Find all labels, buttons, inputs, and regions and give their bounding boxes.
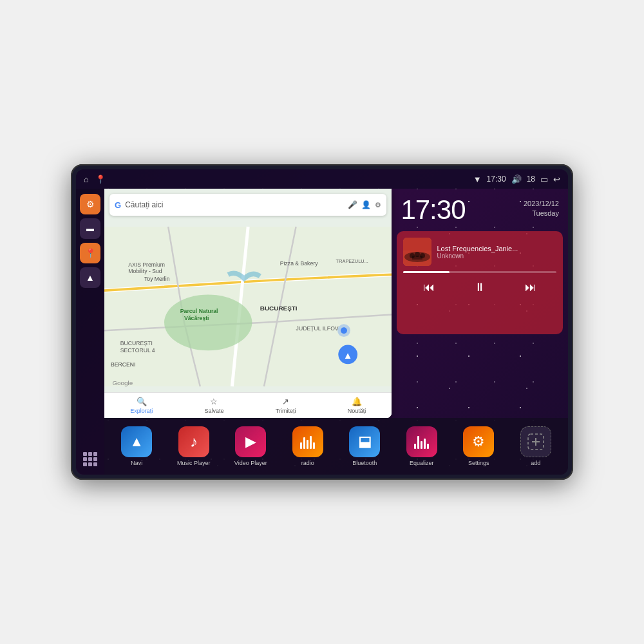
app-video-player[interactable]: ▶ Video Player <box>223 426 278 466</box>
svg-text:Mobility - Sud: Mobility - Sud <box>128 268 162 274</box>
add-label: add <box>531 460 540 466</box>
svg-text:Văcărești: Văcărești <box>184 315 209 321</box>
svg-point-1 <box>164 294 252 350</box>
home-icon[interactable]: ⌂ <box>84 175 89 184</box>
app-add[interactable]: add <box>509 426 564 466</box>
equalizer-label: Equalizer <box>410 460 434 466</box>
map-tab-news-label: Noutăți <box>348 408 366 414</box>
settings-gear-icon: ⚙ <box>472 433 485 450</box>
album-art <box>403 238 431 266</box>
svg-text:SECTORUL 4: SECTORUL 4 <box>120 347 155 354</box>
pause-button[interactable]: ⏸ <box>469 278 491 297</box>
play-icon: ▶ <box>245 433 256 450</box>
map-tab-explore[interactable]: 🔍 Explorați <box>130 397 153 414</box>
sidebar-files-btn[interactable]: ▬ <box>80 218 100 239</box>
svg-text:▲: ▲ <box>343 350 353 361</box>
svg-rect-24 <box>412 256 422 260</box>
bluetooth-label: Bluetooth <box>352 460 377 466</box>
music-widget: Lost Frequencies_Janie... Unknown ⏮ ⏸ ⏭ <box>397 231 563 334</box>
svg-text:AXIS Premium: AXIS Premium <box>128 261 165 268</box>
navi-icon: ▲ <box>129 433 144 450</box>
music-player-label: Music Player <box>177 460 211 466</box>
status-bar-left: ⌂ 📍 <box>84 175 106 184</box>
volume-icon: 🔊 <box>511 175 522 184</box>
add-dashed-icon <box>527 433 545 451</box>
map-tab-saved[interactable]: ☆ Salvate <box>204 397 223 414</box>
right-panel: 17:30 2023/12/12 Tuesday <box>392 189 568 418</box>
bluetooth-icon: ⬓ <box>358 433 372 450</box>
map-container: G Căutați aici 🎤 👤 ⚙ <box>104 189 568 418</box>
music-controls: ⏮ ⏸ ⏭ <box>403 278 556 297</box>
progress-fill <box>403 271 449 273</box>
track-name: Lost Frequencies_Janie... <box>437 245 556 252</box>
nav-icon: ▲ <box>86 272 95 283</box>
video-player-icon-box: ▶ <box>235 426 266 457</box>
map-search-input[interactable]: Căutați aici <box>125 200 344 209</box>
svg-text:Pizza & Bakery: Pizza & Bakery <box>280 260 318 267</box>
center-content: G Căutați aici 🎤 👤 ⚙ <box>104 189 568 475</box>
clock-day: Tuesday <box>524 209 559 218</box>
map-svg: AXIS Premium Mobility - Sud Pizza & Bake… <box>104 221 392 392</box>
clock-widget: 17:30 2023/12/12 Tuesday <box>392 189 568 229</box>
map-background: G Căutați aici 🎤 👤 ⚙ <box>104 189 392 418</box>
map-frame[interactable]: G Căutați aici 🎤 👤 ⚙ <box>104 189 392 418</box>
device-outer: ⌂ 📍 ▼ 17:30 🔊 18 ▭ ↩ ⚙ ▬ <box>71 164 573 480</box>
svg-text:Google: Google <box>112 379 133 386</box>
google-maps-icon: G <box>115 200 121 210</box>
map-tab-news[interactable]: 🔔 Noutăți <box>348 397 366 414</box>
svg-text:JUDEȚUL ILFOV: JUDEȚUL ILFOV <box>296 325 339 332</box>
app-radio[interactable]: radio <box>281 426 336 466</box>
status-bar-right: ▼ 17:30 🔊 18 ▭ ↩ <box>473 175 560 184</box>
bluetooth-icon-box: ⬓ <box>349 426 380 457</box>
app-equalizer[interactable]: Equalizer <box>395 426 450 466</box>
radio-eq-icon <box>300 435 315 449</box>
video-player-label: Video Player <box>234 460 267 466</box>
maps-status-icon[interactable]: 📍 <box>95 175 106 184</box>
app-navi[interactable]: ▲ Navi <box>109 426 164 466</box>
sidebar-navi-btn[interactable]: ▲ <box>80 267 100 288</box>
mic-icon[interactable]: 🎤 <box>348 200 357 209</box>
svg-text:Parcul Natural: Parcul Natural <box>180 308 218 314</box>
svg-text:Toy Merlin: Toy Merlin <box>144 276 170 282</box>
send-icon: ↗ <box>282 397 289 406</box>
equalizer-icon <box>414 435 429 449</box>
map-tab-saved-label: Salvate <box>204 408 223 414</box>
status-time: 17:30 <box>487 175 506 184</box>
pin-icon: 📍 <box>85 248 96 258</box>
svg-point-15 <box>341 327 347 334</box>
sidebar: ⚙ ▬ 📍 ▲ <box>76 189 104 475</box>
equalizer-icon-box <box>406 426 437 457</box>
sidebar-settings-btn[interactable]: ⚙ <box>80 194 100 214</box>
track-details: Lost Frequencies_Janie... Unknown <box>437 245 556 260</box>
settings-icon-box: ⚙ <box>463 426 494 457</box>
app-settings[interactable]: ⚙ Settings <box>451 426 506 466</box>
map-search-bar[interactable]: G Căutați aici 🎤 👤 ⚙ <box>109 194 386 216</box>
progress-bar[interactable] <box>403 271 556 273</box>
app-bluetooth[interactable]: ⬓ Bluetooth <box>337 426 392 466</box>
clock-date: 2023/12/12 <box>524 199 559 209</box>
back-icon[interactable]: ↩ <box>553 175 560 184</box>
user-icon[interactable]: 👤 <box>361 200 371 209</box>
map-menu-icon[interactable]: ⚙ <box>375 201 381 209</box>
sidebar-maps-btn[interactable]: 📍 <box>80 243 100 263</box>
gear-icon: ⚙ <box>86 199 95 209</box>
settings-label: Settings <box>468 460 489 466</box>
prev-button[interactable]: ⏮ <box>418 278 440 297</box>
map-content-area: AXIS Premium Mobility - Sud Pizza & Bake… <box>104 221 392 392</box>
music-track-info: Lost Frequencies_Janie... Unknown <box>403 238 556 266</box>
map-bottom-bar: 🔍 Explorați ☆ Salvate ↗ Trimiteți <box>104 392 392 418</box>
map-tab-send[interactable]: ↗ Trimiteți <box>276 397 296 414</box>
svg-text:BUCUREȘTI: BUCUREȘTI <box>260 305 298 312</box>
sidebar-apps-grid-btn[interactable] <box>80 449 100 469</box>
svg-text:TRAPEZULU...: TRAPEZULU... <box>336 258 368 264</box>
battery-level: 18 <box>527 175 535 184</box>
track-artist: Unknown <box>437 252 556 260</box>
add-icon-box <box>520 426 551 457</box>
main-area: ⚙ ▬ 📍 ▲ <box>76 189 568 475</box>
radio-label: radio <box>301 460 314 466</box>
files-icon: ▬ <box>86 224 94 233</box>
battery-icon: ▭ <box>540 175 548 184</box>
next-button[interactable]: ⏭ <box>520 278 542 297</box>
music-note-icon: ♪ <box>190 433 198 451</box>
app-music-player[interactable]: ♪ Music Player <box>167 426 222 466</box>
